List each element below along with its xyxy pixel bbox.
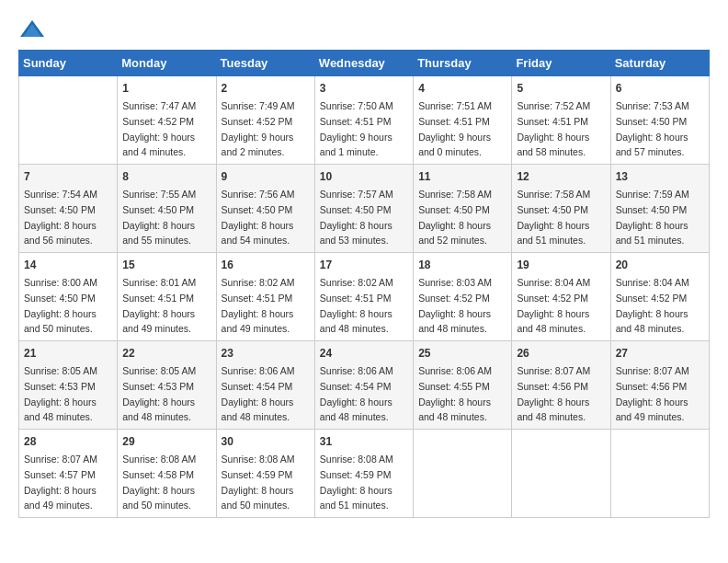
day-number: 23 bbox=[222, 345, 310, 362]
calendar-day-cell: 7Sunrise: 7:54 AM Sunset: 4:50 PM Daylig… bbox=[19, 165, 118, 253]
calendar-day-cell: 31Sunrise: 8:08 AM Sunset: 4:59 PM Dayli… bbox=[314, 430, 413, 518]
calendar-week-row: 14Sunrise: 8:00 AM Sunset: 4:50 PM Dayli… bbox=[19, 253, 710, 341]
calendar-day-cell: 5Sunrise: 7:52 AM Sunset: 4:51 PM Daylig… bbox=[512, 76, 610, 165]
calendar-day-cell: 2Sunrise: 7:49 AM Sunset: 4:52 PM Daylig… bbox=[216, 76, 314, 165]
calendar-day-cell: 16Sunrise: 8:02 AM Sunset: 4:51 PM Dayli… bbox=[216, 253, 314, 341]
calendar-day-cell: 14Sunrise: 8:00 AM Sunset: 4:50 PM Dayli… bbox=[19, 253, 118, 341]
calendar-day-cell: 11Sunrise: 7:58 AM Sunset: 4:50 PM Dayli… bbox=[414, 165, 512, 253]
day-info: Sunrise: 8:05 AM Sunset: 4:53 PM Dayligh… bbox=[24, 365, 97, 422]
day-info: Sunrise: 7:58 AM Sunset: 4:50 PM Dayligh… bbox=[418, 189, 492, 246]
calendar-day-cell: 18Sunrise: 8:03 AM Sunset: 4:52 PM Dayli… bbox=[414, 253, 512, 341]
day-info: Sunrise: 8:05 AM Sunset: 4:53 PM Dayligh… bbox=[122, 365, 196, 422]
day-number: 25 bbox=[418, 345, 506, 362]
calendar-day-cell: 29Sunrise: 8:08 AM Sunset: 4:58 PM Dayli… bbox=[118, 430, 216, 518]
calendar-week-row: 1Sunrise: 7:47 AM Sunset: 4:52 PM Daylig… bbox=[19, 76, 710, 165]
day-number: 27 bbox=[616, 345, 704, 362]
calendar-week-row: 21Sunrise: 8:05 AM Sunset: 4:53 PM Dayli… bbox=[19, 341, 710, 430]
calendar-day-header: Friday bbox=[512, 51, 610, 76]
day-number: 11 bbox=[418, 168, 506, 185]
calendar-body: 1Sunrise: 7:47 AM Sunset: 4:52 PM Daylig… bbox=[19, 76, 710, 518]
day-number: 12 bbox=[517, 168, 605, 185]
logo bbox=[18, 18, 50, 40]
day-number: 17 bbox=[320, 257, 408, 273]
day-number: 26 bbox=[517, 345, 605, 362]
page-header bbox=[18, 18, 710, 40]
day-info: Sunrise: 8:06 AM Sunset: 4:55 PM Dayligh… bbox=[418, 365, 492, 422]
calendar-day-cell: 21Sunrise: 8:05 AM Sunset: 4:53 PM Dayli… bbox=[19, 341, 118, 430]
day-info: Sunrise: 7:59 AM Sunset: 4:50 PM Dayligh… bbox=[616, 189, 689, 246]
calendar-day-cell: 20Sunrise: 8:04 AM Sunset: 4:52 PM Dayli… bbox=[610, 253, 709, 341]
day-number: 4 bbox=[418, 80, 506, 97]
day-number: 7 bbox=[24, 168, 112, 185]
calendar-day-cell: 4Sunrise: 7:51 AM Sunset: 4:51 PM Daylig… bbox=[414, 76, 512, 165]
day-info: Sunrise: 8:02 AM Sunset: 4:51 PM Dayligh… bbox=[320, 277, 393, 334]
calendar-day-cell: 22Sunrise: 8:05 AM Sunset: 4:53 PM Dayli… bbox=[118, 341, 216, 430]
day-info: Sunrise: 8:08 AM Sunset: 4:59 PM Dayligh… bbox=[222, 454, 295, 511]
day-number: 28 bbox=[24, 433, 112, 450]
calendar-header-row: SundayMondayTuesdayWednesdayThursdayFrid… bbox=[19, 51, 710, 76]
calendar-day-cell: 12Sunrise: 7:58 AM Sunset: 4:50 PM Dayli… bbox=[512, 165, 610, 253]
day-number: 16 bbox=[222, 257, 310, 273]
day-number: 8 bbox=[122, 168, 210, 185]
day-number: 2 bbox=[222, 80, 310, 97]
calendar-table: SundayMondayTuesdayWednesdayThursdayFrid… bbox=[18, 50, 710, 518]
day-info: Sunrise: 8:01 AM Sunset: 4:51 PM Dayligh… bbox=[122, 277, 196, 334]
calendar-day-header: Sunday bbox=[19, 51, 118, 76]
day-number: 24 bbox=[320, 345, 408, 362]
day-info: Sunrise: 7:54 AM Sunset: 4:50 PM Dayligh… bbox=[24, 189, 97, 246]
day-number: 30 bbox=[222, 433, 310, 450]
calendar-day-cell: 27Sunrise: 8:07 AM Sunset: 4:56 PM Dayli… bbox=[610, 341, 709, 430]
calendar-day-cell: 6Sunrise: 7:53 AM Sunset: 4:50 PM Daylig… bbox=[610, 76, 709, 165]
day-number: 18 bbox=[418, 257, 506, 273]
day-info: Sunrise: 8:02 AM Sunset: 4:51 PM Dayligh… bbox=[222, 277, 295, 334]
day-info: Sunrise: 7:55 AM Sunset: 4:50 PM Dayligh… bbox=[122, 189, 196, 246]
calendar-day-cell: 24Sunrise: 8:06 AM Sunset: 4:54 PM Dayli… bbox=[314, 341, 413, 430]
logo-icon bbox=[18, 18, 46, 40]
day-number: 15 bbox=[122, 257, 210, 273]
day-number: 31 bbox=[320, 433, 408, 450]
calendar-day-cell: 23Sunrise: 8:06 AM Sunset: 4:54 PM Dayli… bbox=[216, 341, 314, 430]
calendar-day-cell: 25Sunrise: 8:06 AM Sunset: 4:55 PM Dayli… bbox=[414, 341, 512, 430]
day-info: Sunrise: 8:07 AM Sunset: 4:56 PM Dayligh… bbox=[517, 365, 590, 422]
day-info: Sunrise: 7:51 AM Sunset: 4:51 PM Dayligh… bbox=[418, 100, 492, 157]
calendar-day-cell: 9Sunrise: 7:56 AM Sunset: 4:50 PM Daylig… bbox=[216, 165, 314, 253]
day-info: Sunrise: 8:08 AM Sunset: 4:58 PM Dayligh… bbox=[122, 454, 196, 511]
calendar-day-header: Saturday bbox=[610, 51, 709, 76]
day-info: Sunrise: 8:07 AM Sunset: 4:56 PM Dayligh… bbox=[616, 365, 689, 422]
day-number: 20 bbox=[616, 257, 704, 273]
calendar-day-cell: 13Sunrise: 7:59 AM Sunset: 4:50 PM Dayli… bbox=[610, 165, 709, 253]
day-number: 1 bbox=[122, 80, 210, 97]
day-info: Sunrise: 8:06 AM Sunset: 4:54 PM Dayligh… bbox=[222, 365, 295, 422]
day-number: 19 bbox=[517, 257, 605, 273]
day-number: 29 bbox=[122, 433, 210, 450]
calendar-day-header: Monday bbox=[118, 51, 216, 76]
calendar-day-cell: 3Sunrise: 7:50 AM Sunset: 4:51 PM Daylig… bbox=[314, 76, 413, 165]
day-info: Sunrise: 8:08 AM Sunset: 4:59 PM Dayligh… bbox=[320, 454, 393, 511]
calendar-day-cell bbox=[414, 430, 512, 518]
day-info: Sunrise: 8:07 AM Sunset: 4:57 PM Dayligh… bbox=[24, 454, 97, 511]
day-info: Sunrise: 8:00 AM Sunset: 4:50 PM Dayligh… bbox=[24, 277, 97, 334]
calendar-week-row: 28Sunrise: 8:07 AM Sunset: 4:57 PM Dayli… bbox=[19, 430, 710, 518]
day-info: Sunrise: 8:06 AM Sunset: 4:54 PM Dayligh… bbox=[320, 365, 393, 422]
day-info: Sunrise: 7:53 AM Sunset: 4:50 PM Dayligh… bbox=[616, 100, 689, 157]
day-number: 3 bbox=[320, 80, 408, 97]
day-number: 9 bbox=[222, 168, 310, 185]
day-number: 22 bbox=[122, 345, 210, 362]
calendar-day-header: Tuesday bbox=[216, 51, 314, 76]
calendar-week-row: 7Sunrise: 7:54 AM Sunset: 4:50 PM Daylig… bbox=[19, 165, 710, 253]
calendar-day-header: Thursday bbox=[414, 51, 512, 76]
calendar-day-cell: 8Sunrise: 7:55 AM Sunset: 4:50 PM Daylig… bbox=[118, 165, 216, 253]
day-info: Sunrise: 7:56 AM Sunset: 4:50 PM Dayligh… bbox=[222, 189, 295, 246]
day-number: 10 bbox=[320, 168, 408, 185]
calendar-day-cell: 28Sunrise: 8:07 AM Sunset: 4:57 PM Dayli… bbox=[19, 430, 118, 518]
day-info: Sunrise: 7:47 AM Sunset: 4:52 PM Dayligh… bbox=[122, 100, 196, 157]
calendar-day-cell: 10Sunrise: 7:57 AM Sunset: 4:50 PM Dayli… bbox=[314, 165, 413, 253]
day-number: 13 bbox=[616, 168, 704, 185]
day-info: Sunrise: 7:49 AM Sunset: 4:52 PM Dayligh… bbox=[222, 100, 295, 157]
calendar-day-cell bbox=[610, 430, 709, 518]
calendar-day-cell bbox=[512, 430, 610, 518]
calendar-day-cell: 15Sunrise: 8:01 AM Sunset: 4:51 PM Dayli… bbox=[118, 253, 216, 341]
calendar-day-header: Wednesday bbox=[314, 51, 413, 76]
day-info: Sunrise: 7:57 AM Sunset: 4:50 PM Dayligh… bbox=[320, 189, 393, 246]
day-info: Sunrise: 8:03 AM Sunset: 4:52 PM Dayligh… bbox=[418, 277, 492, 334]
